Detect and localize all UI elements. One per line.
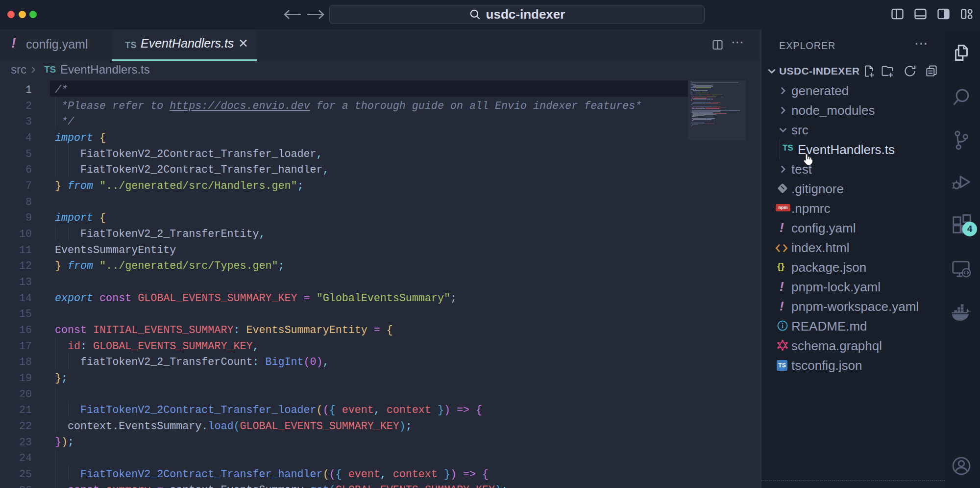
svg-text:i: i	[782, 322, 784, 330]
